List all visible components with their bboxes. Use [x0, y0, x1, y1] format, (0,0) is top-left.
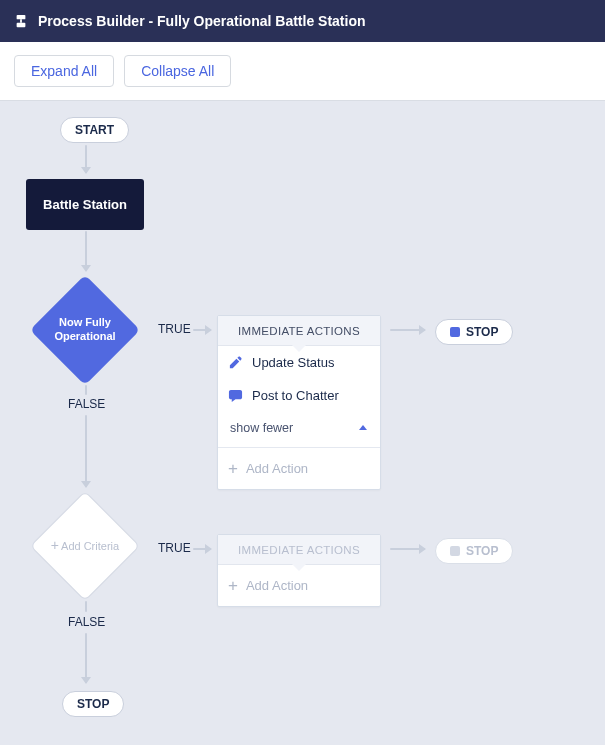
immediate-actions-title: IMMEDIATE ACTIONS [218, 535, 380, 565]
process-canvas: START Battle Station Now FullyOperationa… [0, 101, 605, 745]
immediate-actions-card-placeholder: IMMEDIATE ACTIONS + Add Action [217, 534, 381, 607]
stop-node-placeholder: STOP [435, 538, 513, 564]
true-label: TRUE [158, 541, 191, 555]
toolbar: Expand All Collapse All [0, 42, 605, 101]
connector [85, 601, 87, 612]
connector [85, 385, 87, 395]
false-label: FALSE [68, 615, 105, 629]
immediate-actions-card: IMMEDIATE ACTIONS Update Status Post to … [217, 315, 381, 490]
app-title: Process Builder - Fully Operational Batt… [38, 13, 366, 29]
connector [85, 145, 87, 173]
connector [85, 633, 87, 683]
stop-node-end[interactable]: STOP [62, 691, 124, 717]
plus-icon: + [228, 577, 238, 594]
plus-icon: + [51, 537, 59, 553]
connector [85, 415, 87, 487]
true-label: TRUE [158, 322, 191, 336]
plus-icon: + [228, 460, 238, 477]
stop-icon [450, 546, 460, 556]
svg-rect-1 [17, 23, 26, 27]
show-fewer-toggle[interactable]: show fewer [218, 412, 380, 448]
add-criteria-label: +Add Criteria [40, 537, 130, 555]
stop-icon [450, 327, 460, 337]
immediate-actions-title: IMMEDIATE ACTIONS [218, 316, 380, 346]
connector [193, 329, 211, 331]
stop-node[interactable]: STOP [435, 319, 513, 345]
connector [390, 329, 425, 331]
connector [85, 231, 87, 271]
connector [193, 548, 211, 550]
connector [390, 548, 425, 550]
false-label: FALSE [68, 397, 105, 411]
svg-rect-2 [20, 19, 22, 23]
stop-label: STOP [466, 325, 498, 339]
start-label: START [75, 123, 114, 137]
chat-icon [228, 388, 243, 403]
criteria-node-now-fully-operational[interactable]: Now FullyOperational [30, 275, 140, 385]
app-header: Process Builder - Fully Operational Batt… [0, 0, 605, 42]
start-node[interactable]: START [60, 117, 129, 143]
action-label: Update Status [252, 355, 334, 370]
stop-label: STOP [77, 697, 109, 711]
caret-up-icon [358, 423, 368, 433]
collapse-all-button[interactable]: Collapse All [124, 55, 231, 87]
action-label: Post to Chatter [252, 388, 339, 403]
stop-label: STOP [466, 544, 498, 558]
pencil-icon [228, 355, 243, 370]
action-post-to-chatter[interactable]: Post to Chatter [218, 379, 380, 412]
object-node[interactable]: Battle Station [26, 179, 144, 230]
criteria-label: Now FullyOperational [40, 316, 130, 344]
svg-rect-0 [17, 15, 26, 19]
add-action-button[interactable]: + Add Action [218, 565, 380, 606]
criteria-node-add-criteria[interactable]: +Add Criteria [30, 491, 140, 601]
process-builder-icon [14, 14, 28, 28]
add-action-button[interactable]: + Add Action [218, 448, 380, 489]
expand-all-button[interactable]: Expand All [14, 55, 114, 87]
